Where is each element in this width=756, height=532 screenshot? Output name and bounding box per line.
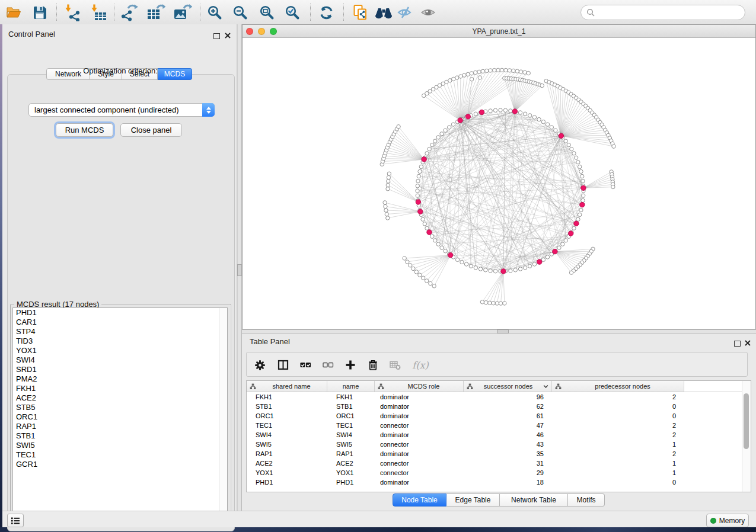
table-row[interactable]: PHD1PHD1dominator180 bbox=[247, 477, 743, 487]
search-network-icon[interactable] bbox=[373, 3, 394, 22]
refresh-view-icon[interactable] bbox=[315, 3, 337, 22]
search-input[interactable] bbox=[598, 8, 745, 18]
import-table-icon[interactable] bbox=[88, 3, 109, 22]
table-row[interactable]: TEC1TEC1connector472 bbox=[247, 421, 743, 430]
import-network-icon[interactable] bbox=[62, 3, 83, 22]
mcds-result-item[interactable]: RAP1 bbox=[13, 422, 227, 431]
mcds-result-item[interactable]: SWI4 bbox=[13, 355, 227, 365]
column-header-MCDS-role[interactable]: MCDS role bbox=[375, 381, 464, 392]
network-graph[interactable] bbox=[243, 38, 755, 329]
table-cell: ORC1 bbox=[327, 411, 375, 421]
table-scrollbar-thumb[interactable] bbox=[744, 393, 749, 449]
open-file-icon[interactable] bbox=[3, 3, 24, 22]
optimization-criterion-select[interactable]: largest connected component (undirected) bbox=[28, 103, 215, 117]
table-cell: YOX1 bbox=[247, 468, 327, 477]
select-all-icon[interactable] bbox=[298, 359, 312, 371]
mcds-result-item[interactable]: PMA2 bbox=[13, 374, 227, 384]
toolbar-separator bbox=[310, 4, 311, 21]
deselect-all-icon[interactable] bbox=[321, 359, 335, 371]
float-panel-icon[interactable] bbox=[734, 338, 741, 349]
mcds-result-list[interactable]: PHD1CAR1STP4TID3YOX1SWI4SRD1PMA2FKH1ACE2… bbox=[12, 307, 228, 518]
shared-column-icon bbox=[250, 383, 256, 390]
delete-row-icon[interactable] bbox=[366, 359, 380, 371]
mcds-result-item[interactable]: STP4 bbox=[13, 327, 227, 336]
mcds-result-item[interactable]: FKH1 bbox=[13, 384, 227, 393]
mcds-result-item[interactable]: TEC1 bbox=[13, 450, 227, 460]
mcds-result-item[interactable]: ACE2 bbox=[13, 393, 227, 403]
mcds-result-item[interactable]: GCR1 bbox=[13, 460, 227, 469]
table-row[interactable]: RAP1RAP1dominator352 bbox=[247, 449, 743, 459]
search-field[interactable] bbox=[580, 5, 745, 20]
node-table[interactable]: shared namenameMCDS rolesuccessor nodesp… bbox=[246, 380, 751, 492]
tab-node-table[interactable]: Node Table bbox=[393, 493, 446, 507]
zoom-fit-icon[interactable] bbox=[256, 3, 277, 22]
add-row-icon[interactable] bbox=[343, 359, 358, 371]
table-cell: SWI4 bbox=[247, 430, 327, 440]
column-header-name[interactable]: name bbox=[327, 381, 375, 392]
network-window-titlebar[interactable]: YPA_prune.txt_1 bbox=[243, 25, 755, 38]
tab-network-table[interactable]: Network Table bbox=[500, 493, 568, 507]
zoom-in-icon[interactable] bbox=[204, 3, 225, 22]
zoom-out-icon[interactable] bbox=[229, 3, 251, 22]
memory-button[interactable]: Memory bbox=[706, 514, 749, 527]
export-table-icon[interactable] bbox=[145, 3, 167, 22]
toolbar-separator bbox=[343, 4, 344, 21]
mcds-result-item[interactable]: STB1 bbox=[13, 431, 227, 441]
zoom-selected-icon[interactable] bbox=[282, 3, 303, 22]
table-scrollbar[interactable] bbox=[742, 381, 751, 492]
copy-network-icon[interactable] bbox=[350, 3, 371, 22]
export-network-icon[interactable] bbox=[119, 3, 140, 22]
table-cell: 2 bbox=[552, 430, 684, 440]
table-cell: 35 bbox=[464, 449, 552, 459]
table-row[interactable]: YOX1YOX1connector291 bbox=[247, 468, 743, 477]
table-cell: 0 bbox=[552, 477, 684, 487]
column-header-predecessor-nodes[interactable]: predecessor nodes bbox=[552, 381, 684, 392]
table-cell: 43 bbox=[464, 440, 552, 449]
column-header-shared-name[interactable]: shared name bbox=[247, 381, 327, 392]
float-panel-icon[interactable] bbox=[213, 31, 220, 41]
tab-motifs[interactable]: Motifs bbox=[568, 493, 605, 507]
table-panel-title: Table Panel bbox=[250, 337, 290, 346]
panel-list-icon[interactable] bbox=[7, 514, 24, 527]
delete-table-icon bbox=[388, 359, 402, 371]
mcds-result-item[interactable]: STB5 bbox=[13, 403, 227, 412]
tab-edge-table[interactable]: Edge Table bbox=[446, 493, 500, 507]
mcds-result-item[interactable]: SWI5 bbox=[13, 441, 227, 450]
table-row[interactable]: FKH1FKH1dominator962 bbox=[247, 392, 743, 402]
table-row[interactable]: STB1STB1dominator620 bbox=[247, 402, 743, 411]
show-hide-panels-icon[interactable] bbox=[394, 3, 416, 22]
save-session-icon[interactable] bbox=[29, 3, 50, 22]
mcds-result-item[interactable]: CAR1 bbox=[13, 318, 227, 327]
table-cell: PHD1 bbox=[247, 477, 327, 487]
shared-column-icon bbox=[467, 383, 473, 390]
column-header-filler bbox=[684, 381, 743, 392]
optimization-criterion-value: largest connected component (undirected) bbox=[29, 105, 202, 114]
table-row[interactable]: SWI4SWI4dominator462 bbox=[247, 430, 743, 440]
mcds-result-item[interactable]: ORC1 bbox=[13, 412, 227, 422]
close-panel-icon[interactable] bbox=[225, 30, 231, 41]
table-cell: YOX1 bbox=[327, 468, 375, 477]
settings-icon[interactable] bbox=[253, 359, 267, 371]
mcds-result-item[interactable]: PHD1 bbox=[13, 308, 227, 318]
mcds-list-scrollbar[interactable] bbox=[219, 308, 227, 518]
export-image-icon[interactable] bbox=[172, 3, 193, 22]
show-columns-icon[interactable] bbox=[276, 359, 290, 371]
table-panel: Table Panel bbox=[242, 334, 756, 511]
mcds-result-item[interactable]: YOX1 bbox=[13, 346, 227, 355]
network-canvas[interactable] bbox=[243, 38, 755, 329]
eye-icon[interactable] bbox=[417, 3, 439, 22]
table-toolbar: f(x) bbox=[246, 352, 748, 377]
close-panel-button[interactable]: Close panel bbox=[120, 123, 182, 137]
horizontal-splitter-handle[interactable] bbox=[497, 329, 509, 334]
table-row[interactable]: ACE2ACE2connector311 bbox=[247, 459, 743, 468]
vertical-splitter-handle[interactable] bbox=[237, 264, 242, 276]
mcds-result-item[interactable]: TID3 bbox=[13, 336, 227, 346]
close-panel-icon[interactable] bbox=[745, 338, 751, 348]
run-mcds-button[interactable]: Run MCDS bbox=[56, 123, 113, 137]
table-row[interactable]: SWI5SWI5connector431 bbox=[247, 440, 743, 449]
column-header-successor-nodes[interactable]: successor nodes bbox=[464, 381, 552, 392]
mcds-result-item[interactable]: SRD1 bbox=[13, 365, 227, 374]
table-row[interactable]: ORC1ORC1dominator610 bbox=[247, 411, 743, 421]
shared-column-icon bbox=[378, 383, 384, 390]
table-cell: dominator bbox=[375, 392, 464, 402]
